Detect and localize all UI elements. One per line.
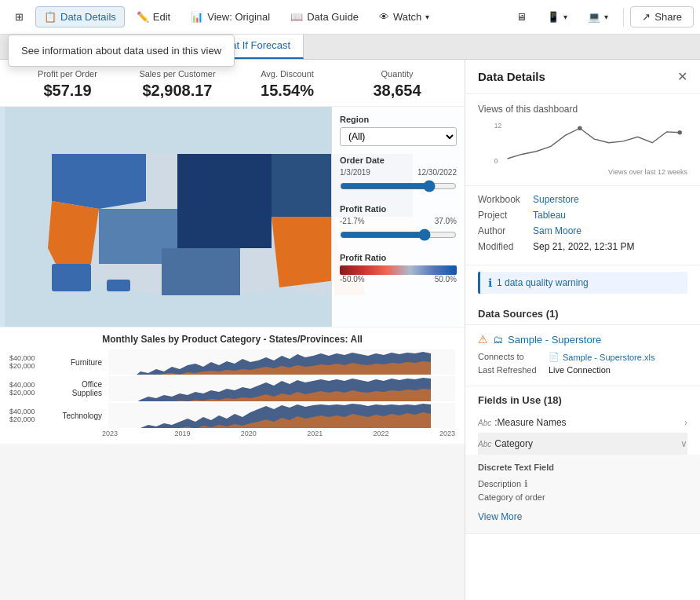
- datasource-name-label[interactable]: Sample - Superstore: [508, 334, 601, 346]
- info-icon-small: ℹ: [524, 478, 528, 489]
- color-min-label: -50.0%: [340, 275, 365, 284]
- meta-row-project: Project Tableau: [478, 210, 687, 221]
- left-panel: Profit per Order $57.19 Sales per Custom…: [0, 60, 465, 600]
- stat-avg-discount-value: 15.54%: [232, 82, 342, 100]
- device-icon-2: 📱: [547, 11, 560, 23]
- home-icon: ⊞: [15, 11, 24, 23]
- map-area: Region (All) Order Date 1/3/2019 12/30/2…: [0, 107, 465, 327]
- chart-labels: Views over last 12 weeks: [478, 168, 687, 176]
- author-value[interactable]: Sam Moore: [533, 225, 582, 236]
- svg-point-6: [677, 130, 682, 135]
- device-button-2[interactable]: 📱 ▾: [538, 6, 576, 27]
- workbook-value[interactable]: Superstore: [533, 194, 579, 205]
- data-details-button[interactable]: 📋 Data Details: [35, 6, 125, 27]
- stat-sales-per-customer: Sales per Customer $2,908.17: [122, 69, 232, 100]
- toolbar-divider: [623, 8, 624, 27]
- chart-views-sublabel: Views over last 12 weeks: [608, 168, 687, 176]
- data-guide-label: Data Guide: [307, 11, 359, 23]
- furniture-bars: [108, 349, 455, 375]
- edit-label: Edit: [153, 11, 170, 23]
- data-guide-button[interactable]: 📖 Data Guide: [282, 6, 367, 27]
- connects-to-filename[interactable]: Sample - Superstore.xls: [563, 353, 654, 362]
- view-more-link[interactable]: View More: [478, 508, 522, 525]
- technology-bars: [108, 403, 455, 428]
- furniture-amount-40k: $40,000: [9, 354, 49, 362]
- measure-names-type: Abc: [478, 419, 491, 427]
- view-original-button[interactable]: 📊 View: Original: [182, 6, 279, 27]
- meta-section: Workbook Superstore Project Tableau Auth…: [465, 186, 700, 265]
- technology-label: Technology: [55, 412, 102, 420]
- warning-banner[interactable]: ℹ 1 data quality warning: [478, 272, 687, 294]
- panel-header: Data Details ✕: [465, 60, 700, 94]
- tooltip-popup: See information about data used in this …: [8, 35, 235, 67]
- modified-key: Modified: [478, 241, 533, 252]
- profit-ratio-range: -21.7% 37.0%: [340, 217, 457, 225]
- watch-chevron-icon: ▾: [425, 13, 429, 21]
- measure-names-label: :Measure Names: [494, 417, 566, 428]
- device-button-3[interactable]: 💻 ▾: [579, 6, 617, 27]
- date-to: 12/30/2022: [417, 168, 457, 177]
- profit-ratio-min: -21.7%: [340, 217, 365, 225]
- stat-avg-discount-label: Avg. Discount: [232, 69, 342, 79]
- share-button[interactable]: ↗ Share: [630, 6, 694, 27]
- furniture-amounts: $40,000 $20,000: [9, 354, 49, 370]
- office-supplies-label: OfficeSupplies: [55, 380, 102, 397]
- fields-title: Fields in Use (18): [478, 394, 687, 406]
- svg-text:12: 12: [494, 122, 502, 130]
- last-refreshed-key: Last Refreshed: [478, 365, 549, 375]
- profit-ratio-filter: Profit Ratio -21.7% 37.0%: [340, 204, 457, 243]
- region-filter-label: Region: [340, 115, 457, 124]
- home-button[interactable]: ⊞: [6, 6, 32, 27]
- view-icon: 📊: [191, 11, 203, 23]
- svg-point-5: [578, 126, 582, 130]
- chart-row-furniture: $40,000 $20,000 Furniture: [9, 349, 455, 375]
- profit-ratio-slider[interactable]: [340, 229, 457, 241]
- order-date-slider[interactable]: [340, 180, 457, 192]
- watch-label: Watch: [393, 11, 421, 23]
- stat-quantity: Quantity 38,654: [342, 69, 452, 100]
- last-refreshed-row: Last Refreshed Live Connection: [478, 365, 687, 375]
- watch-button[interactable]: 👁 Watch ▾: [370, 6, 438, 27]
- mini-chart: 12 0: [478, 121, 687, 168]
- office-supplies-bars: [108, 376, 455, 401]
- measure-names-chevron-icon: ›: [684, 417, 687, 428]
- project-value[interactable]: Tableau: [533, 210, 566, 221]
- field-expanded-category: Discrete Text Field Description ℹ Catego…: [465, 455, 700, 534]
- device-icon-3: 💻: [588, 11, 600, 23]
- view-original-label: View: Original: [207, 11, 270, 23]
- office-amounts: $40,000 $20,000: [9, 381, 49, 397]
- views-title: Views of this dashboard: [478, 104, 687, 115]
- warning-text: 1 data quality warning: [497, 277, 589, 288]
- watch-icon: 👁: [379, 11, 389, 23]
- device-icon-1: 🖥: [516, 11, 527, 23]
- field-row-category[interactable]: Abc Category ∨: [478, 434, 687, 455]
- close-button[interactable]: ✕: [677, 69, 687, 84]
- region-select[interactable]: (All): [340, 127, 457, 146]
- year-label-2022: 2022: [374, 430, 389, 437]
- chart-rows: $40,000 $20,000 Furniture $40,000: [9, 349, 455, 428]
- year-label-2020: 2020: [241, 430, 257, 437]
- category-type: Abc: [478, 440, 491, 448]
- year-label-2023: 2023: [439, 430, 455, 437]
- panel-title: Data Details: [478, 70, 545, 83]
- order-date-filter: Order Date 1/3/2019 12/30/2022: [340, 155, 457, 195]
- svg-rect-1: [52, 264, 91, 291]
- device-button-1[interactable]: 🖥: [508, 6, 535, 27]
- order-date-range: 1/3/2019 12/30/2022: [340, 168, 457, 177]
- toolbar: ⊞ 📋 Data Details ✏️ Edit 📊 View: Origina…: [0, 0, 700, 35]
- author-key: Author: [478, 225, 533, 236]
- data-sources-header: Data Sources (1): [465, 300, 700, 325]
- technology-amount-20k: $20,000: [9, 415, 49, 423]
- edit-button[interactable]: ✏️ Edit: [128, 6, 179, 27]
- year-label-start: 2023: [102, 430, 124, 437]
- project-key: Project: [478, 210, 533, 221]
- year-label-2021: 2021: [307, 430, 323, 437]
- connects-to-value-row: 📄 Sample - Superstore.xls: [549, 352, 654, 362]
- datasource-file-icon: 🗂: [493, 334, 503, 346]
- field-row-measure-names[interactable]: Abc :Measure Names ›: [478, 412, 687, 434]
- color-bar: [340, 265, 457, 275]
- chart-title: Monthly Sales by Product Category - Stat…: [9, 334, 455, 345]
- datasource-warning-icon: ⚠: [478, 333, 488, 346]
- data-details-label: Data Details: [60, 11, 116, 23]
- meta-row-workbook: Workbook Superstore: [478, 194, 687, 205]
